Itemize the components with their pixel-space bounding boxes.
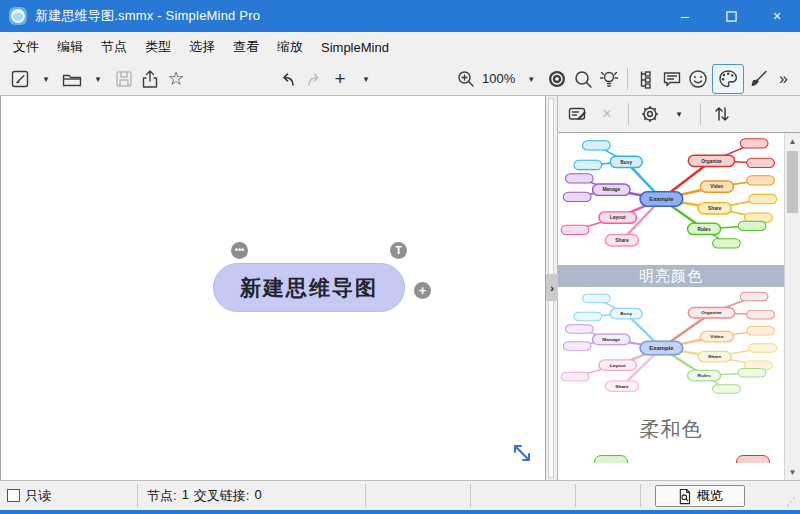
open-button[interactable] — [60, 66, 84, 92]
close-button[interactable]: × — [754, 0, 800, 32]
root-node[interactable]: 新建思维导图 — [213, 263, 405, 312]
svg-text:Share: Share — [708, 206, 722, 211]
menu-item-7[interactable]: SimpleMind — [312, 36, 398, 59]
stylesheet-thumbnails: BusyManageLayoutShareOrganizeVideoShareR… — [558, 133, 784, 480]
menu-item-3[interactable]: 类型 — [136, 34, 180, 60]
collapse-panel-button[interactable]: › — [546, 274, 558, 301]
menu-item-5[interactable]: 查看 — [224, 34, 268, 60]
svg-text:Example: Example — [649, 345, 673, 351]
stylesheet-preview-map: BusyManageLayoutShareOrganizeVideoShareR… — [558, 287, 784, 409]
zoom-dropdown[interactable]: ▾ — [519, 66, 543, 92]
center-target-button[interactable] — [545, 66, 569, 92]
toolbar-separator — [627, 68, 628, 90]
svg-text:Layout: Layout — [610, 363, 626, 368]
idea-lightbulb-button[interactable] — [597, 66, 621, 92]
add-node-button[interactable]: + — [328, 66, 352, 92]
redo-icon — [302, 66, 326, 92]
partial-node — [594, 455, 628, 463]
readonly-toggle[interactable]: 只读 — [0, 487, 137, 505]
menu-item-2[interactable]: 节点 — [92, 34, 136, 60]
svg-text:Layout: Layout — [610, 215, 626, 220]
outline-view-button[interactable] — [634, 66, 658, 92]
statusbar-separator — [640, 484, 641, 507]
app-icon — [8, 6, 28, 26]
statusbar: 只读 节点: 1 交叉链接: 0 概览 ⋰ — [0, 480, 800, 510]
svg-text:Busy: Busy — [620, 160, 632, 165]
svg-text:Organize: Organize — [701, 159, 722, 164]
style-settings-dropdown[interactable]: ▾ — [667, 101, 691, 127]
zoom-in-icon[interactable] — [454, 66, 478, 92]
svg-text:Share: Share — [615, 384, 629, 389]
overview-label: 概览 — [697, 487, 723, 505]
statusbar-separator — [470, 484, 471, 507]
svg-text:Share: Share — [708, 354, 722, 359]
window-title: 新建思维导图.smmx - SimpleMind Pro — [35, 7, 260, 25]
resize-grip[interactable]: ⋰ — [786, 496, 797, 507]
window-bottom-edge — [0, 510, 800, 514]
edit-style-button[interactable] — [566, 101, 590, 127]
favorite-star-button[interactable]: ☆ — [164, 66, 188, 92]
svg-text:Organize: Organize — [701, 311, 722, 316]
stylesheet-panel-toolbar: × ▾ — [558, 96, 800, 132]
readonly-label: 只读 — [25, 487, 51, 505]
overview-button[interactable]: 概览 — [655, 485, 745, 507]
scroll-up-icon[interactable]: ▲ — [785, 133, 800, 149]
menu-item-4[interactable]: 选择 — [180, 34, 224, 60]
add-node-dropdown[interactable]: ▾ — [354, 66, 378, 92]
svg-text:Rules: Rules — [698, 373, 712, 378]
content-area: 新建思维导图 ••• T + › — [0, 96, 800, 480]
stylesheet-name: 柔和色 — [558, 409, 784, 449]
search-button[interactable] — [571, 66, 595, 92]
stylesheet-thumbnail-0[interactable]: BusyManageLayoutShareOrganizeVideoShareR… — [558, 133, 784, 287]
toolbar-overflow-button[interactable]: » — [775, 70, 792, 88]
svg-text:Manage: Manage — [602, 337, 620, 342]
menubar: 文件编辑节点类型选择查看缩放SimpleMind — [0, 32, 800, 62]
svg-text:Share: Share — [615, 238, 629, 243]
readonly-checkbox[interactable] — [7, 489, 20, 502]
style-settings-button[interactable] — [638, 101, 662, 127]
stylesheet-thumbnail-1[interactable]: BusyManageLayoutShareOrganizeVideoShareR… — [558, 287, 784, 449]
open-dropdown[interactable]: ▾ — [86, 66, 110, 92]
crosslinks-count: 0 — [254, 487, 261, 505]
canvas-resize-arrow-icon — [509, 440, 535, 470]
stylesheet-panel: × ▾ Bus — [558, 96, 800, 480]
panel-toolbar-separator — [628, 103, 629, 125]
panel-toolbar-separator — [700, 103, 701, 125]
scroll-down-icon[interactable]: ▼ — [785, 464, 800, 480]
style-palette-selected — [712, 64, 744, 94]
nodes-count: 1 — [182, 487, 189, 505]
menu-item-0[interactable]: 文件 — [4, 34, 48, 60]
svg-text:Example: Example — [649, 196, 673, 202]
reorder-styles-button[interactable] — [710, 101, 734, 127]
svg-text:Busy: Busy — [620, 312, 632, 317]
stylesheet-thumbnail-partial[interactable] — [558, 449, 784, 463]
format-brush-button[interactable] — [746, 66, 770, 92]
stylesheet-preview-map: BusyManageLayoutShareOrganizeVideoShareR… — [558, 133, 784, 265]
menu-item-6[interactable]: 缩放 — [268, 34, 312, 60]
undo-button[interactable] — [276, 66, 300, 92]
scrollbar-thumb[interactable] — [787, 151, 798, 213]
mindmap-canvas[interactable]: 新建思维导图 ••• T + — [0, 96, 546, 480]
node-more-button[interactable]: ••• — [231, 242, 248, 259]
panel-splitter[interactable]: › — [546, 96, 558, 480]
notes-button[interactable] — [660, 66, 684, 92]
svg-text:Video: Video — [710, 184, 723, 189]
toolbar: ▾ ▾ ☆ — [0, 62, 800, 96]
share-button[interactable] — [138, 66, 162, 92]
zoom-level[interactable]: 100% — [480, 71, 517, 86]
style-palette-button[interactable] — [716, 66, 740, 92]
maximize-button[interactable] — [708, 0, 754, 32]
statusbar-separator — [575, 484, 576, 507]
menu-item-1[interactable]: 编辑 — [48, 34, 92, 60]
node-textstyle-button[interactable]: T — [390, 242, 407, 259]
window-controls: – × — [662, 0, 800, 32]
crosslinks-label: 交叉链接: — [194, 487, 250, 505]
minimize-button[interactable]: – — [662, 0, 708, 32]
node-add-child-button[interactable]: + — [414, 282, 431, 299]
svg-text:Manage: Manage — [602, 188, 620, 193]
stylesheet-list: BusyManageLayoutShareOrganizeVideoShareR… — [558, 132, 800, 480]
new-mindmap-button[interactable] — [8, 66, 32, 92]
emoji-button[interactable] — [686, 66, 710, 92]
panel-scrollbar[interactable]: ▲ ▼ — [784, 133, 800, 480]
new-mindmap-dropdown[interactable]: ▾ — [34, 66, 58, 92]
